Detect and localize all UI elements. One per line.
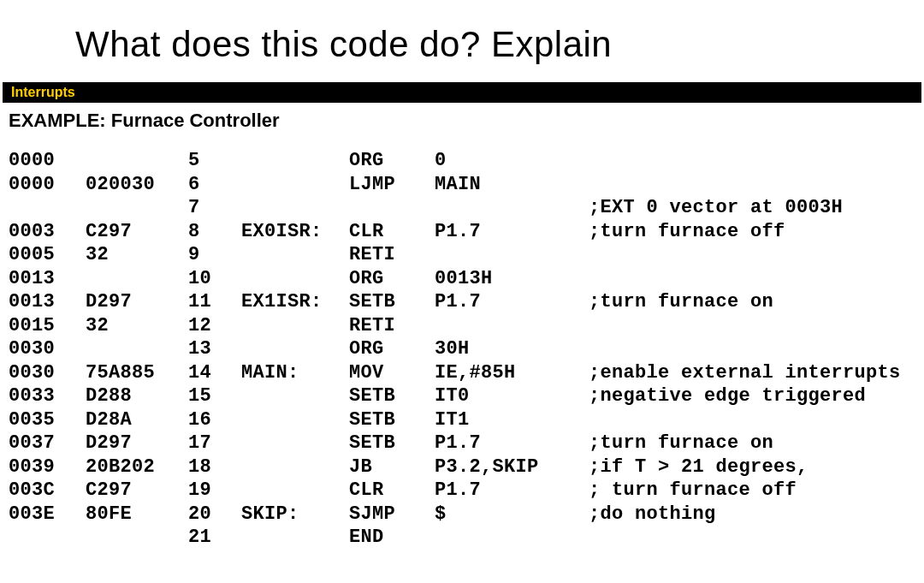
col-line-num: 7 [188,196,241,220]
col-mnemonic: RETI [349,243,435,267]
col-object: 80FE [86,503,188,526]
col-address: 0013 [9,267,86,291]
code-row: 0035D28A16SETBIT1 [9,408,924,432]
col-line-num: 17 [188,431,241,455]
col-comment: ;EXT 0 vector at 0003H [589,196,843,220]
code-row: 003CC29719CLRP1.7; turn furnace off [9,479,924,503]
section-bar: Interrupts [3,82,921,103]
col-mnemonic: ORG [349,337,435,361]
col-mnemonic: SJMP [349,503,435,526]
code-row: 0003C2978EX0ISR:CLRP1.7;turn furnace off [9,220,924,244]
code-row: 21END [9,526,924,550]
col-address: 0030 [9,361,86,385]
col-mnemonic: ORG [349,267,435,291]
page-title: What does this code do? Explain [0,0,924,77]
col-address: 0039 [9,455,86,479]
col-object: 020030 [86,173,188,197]
col-operand: IT0 [435,384,589,408]
col-operand: P1.7 [435,431,589,455]
col-object: D297 [86,431,188,455]
col-line-num: 14 [188,361,241,385]
col-mnemonic: SETB [349,290,435,314]
col-comment: ;do nothing [589,503,716,526]
col-mnemonic: MOV [349,361,435,385]
col-address: 0000 [9,173,86,197]
col-mnemonic: CLR [349,479,435,503]
col-address: 0037 [9,431,86,455]
col-address: 003C [9,479,86,503]
col-label: MAIN: [241,361,349,385]
col-line-num: 21 [188,526,241,550]
col-address: 0030 [9,337,86,361]
col-operand: P3.2,SKIP [435,455,589,479]
example-subtitle: EXAMPLE: Furnace Controller [0,106,924,149]
code-row: 003075A88514MAIN:MOVIE,#85H;enable exter… [9,361,924,385]
col-label: EX1ISR: [241,290,349,314]
col-address: 0000 [9,149,86,173]
col-line-num: 19 [188,479,241,503]
col-line-num: 11 [188,290,241,314]
code-row: 001310ORG0013H [9,267,924,291]
col-object: 32 [86,243,188,267]
col-label: SKIP: [241,503,349,526]
col-operand: P1.7 [435,290,589,314]
col-comment: ;turn furnace on [589,290,773,314]
col-operand: IT1 [435,408,589,432]
col-line-num: 16 [188,408,241,432]
col-mnemonic: ORG [349,149,435,173]
col-operand: P1.7 [435,479,589,503]
col-comment: ;turn furnace off [589,220,785,244]
col-object: 32 [86,314,188,338]
code-row: 003920B20218JBP3.2,SKIP;if T > 21 degree… [9,455,924,479]
code-row: 7;EXT 0 vector at 0003H [9,196,924,220]
col-operand: 0013H [435,267,589,291]
code-row: 003013ORG30H [9,337,924,361]
col-operand: $ [435,503,589,526]
col-line-num: 15 [188,384,241,408]
col-comment: ;enable external interrupts [589,361,901,385]
col-operand: IE,#85H [435,361,589,385]
col-operand: P1.7 [435,220,589,244]
col-address: 0005 [9,243,86,267]
col-object: 20B202 [86,455,188,479]
col-address: 0013 [9,290,86,314]
col-object: D28A [86,408,188,432]
col-operand: 0 [435,149,589,173]
code-row: 00153212RETI [9,314,924,338]
col-line-num: 20 [188,503,241,526]
col-address: 0035 [9,408,86,432]
col-address: 0033 [9,384,86,408]
code-row: 003E80FE20SKIP:SJMP$;do nothing [9,503,924,526]
col-operand: MAIN [435,173,589,197]
code-row: 0033D28815SETBIT0;negative edge triggere… [9,384,924,408]
col-mnemonic: END [349,526,435,550]
col-address: 0003 [9,220,86,244]
col-line-num: 5 [188,149,241,173]
col-object: C297 [86,220,188,244]
assembly-listing: 00005ORG000000200306LJMPMAIN7;EXT 0 vect… [0,149,924,550]
col-line-num: 18 [188,455,241,479]
col-comment: ;negative edge triggered [589,384,866,408]
col-mnemonic: SETB [349,384,435,408]
col-object: D297 [86,290,188,314]
code-row: 0005329RETI [9,243,924,267]
code-row: 00000200306LJMPMAIN [9,173,924,197]
col-object: 75A885 [86,361,188,385]
col-mnemonic: RETI [349,314,435,338]
col-object: C297 [86,479,188,503]
col-mnemonic: SETB [349,408,435,432]
code-row: 0013D29711EX1ISR:SETBP1.7;turn furnace o… [9,290,924,314]
col-mnemonic: SETB [349,431,435,455]
col-comment: ;turn furnace on [589,431,773,455]
col-operand: 30H [435,337,589,361]
col-line-num: 13 [188,337,241,361]
col-comment: ; turn furnace off [589,479,797,503]
col-line-num: 9 [188,243,241,267]
col-mnemonic: LJMP [349,173,435,197]
col-object: D288 [86,384,188,408]
col-label: EX0ISR: [241,220,349,244]
col-comment: ;if T > 21 degrees, [589,455,808,479]
col-address: 0015 [9,314,86,338]
code-row: 00005ORG0 [9,149,924,173]
col-line-num: 12 [188,314,241,338]
